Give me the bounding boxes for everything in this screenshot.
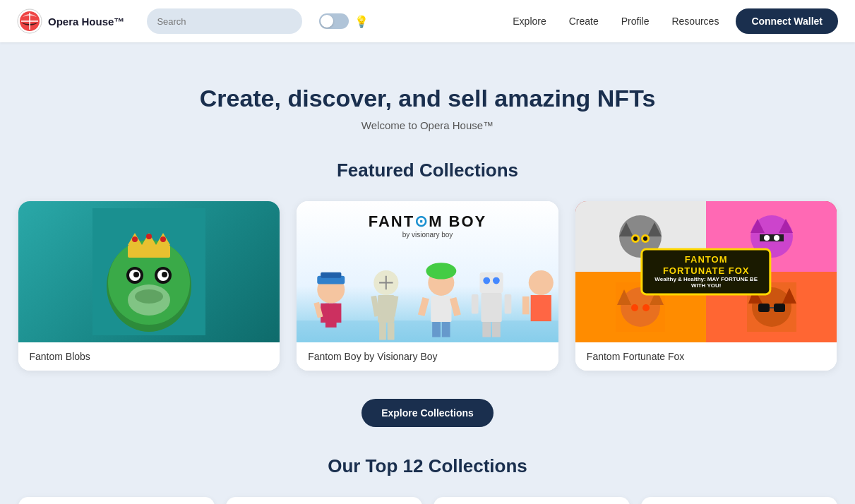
svg-rect-45	[442, 322, 450, 337]
top12-card-astrokid[interactable]: Astrokid	[434, 497, 630, 504]
nav-profile[interactable]: Profile	[621, 16, 650, 27]
logo-area: Opera House™	[17, 8, 124, 34]
top12-title: Our Top 12 Collections	[17, 455, 838, 477]
svg-point-69	[774, 235, 779, 241]
featured-title: Featured Collections	[17, 160, 838, 181]
svg-point-74	[631, 304, 638, 311]
collection-label-fantom-boy: Fantom Boy by Visionary Boy	[297, 342, 558, 371]
fantom-boy-title-text: FANT⊙M BOY	[369, 212, 487, 230]
svg-rect-46	[480, 272, 503, 293]
svg-rect-38	[388, 323, 395, 340]
svg-rect-56	[522, 296, 530, 314]
fox-overlay: FANTOM FORTUNATE FOX Wealthy & Healthy: …	[640, 248, 771, 295]
svg-point-68	[764, 235, 770, 241]
nav-create[interactable]: Create	[569, 16, 599, 27]
svg-point-48	[493, 277, 500, 284]
top12-card-gnartist[interactable]: The Gnartist	[641, 497, 837, 504]
navbar: Opera House™ 💡 Explore Create Profile Re…	[0, 0, 855, 42]
svg-rect-50	[472, 294, 479, 313]
explore-collections-button[interactable]: Explore Collections	[361, 399, 494, 427]
fantom-boy-subtitle: by visionary boy	[369, 231, 487, 239]
svg-point-54	[529, 270, 554, 295]
top12-card-daemonpunks[interactable]: DaemonPunks	[226, 497, 422, 504]
collection-label-fantom-fox: Fantom Fortunate Fox	[575, 342, 837, 371]
toggle-knob	[321, 15, 333, 28]
svg-point-21	[135, 289, 163, 304]
fox-overlay-title: FANTOM FORTUNATE FOX	[652, 254, 759, 276]
svg-point-13	[160, 236, 166, 242]
svg-rect-41	[431, 296, 451, 322]
hero-section: Create, discover, and sell amazing NFTs …	[0, 42, 855, 160]
search-input[interactable]	[147, 8, 302, 34]
card-image-fantom-boy: FANT⊙M BOY by visionary boy	[297, 201, 558, 342]
nav-explore[interactable]: Explore	[513, 16, 546, 27]
hero-subtitle: Welcome to Opera House™	[14, 119, 841, 131]
svg-rect-7	[128, 245, 170, 258]
svg-rect-51	[505, 294, 512, 313]
collection-card-fantom-fox[interactable]: FANTOM FORTUNATE FOX Wealthy & Healthy: …	[575, 201, 837, 371]
fantom-boy-characters	[297, 251, 558, 342]
top12-grid: FHFC | LTD EDITION MINT PASS DaemonPunks	[18, 497, 837, 504]
svg-point-62	[633, 236, 638, 241]
svg-rect-26	[321, 272, 341, 278]
svg-rect-29	[333, 304, 342, 323]
svg-rect-44	[432, 322, 441, 337]
opera-house-logo-icon	[17, 8, 42, 34]
nav-links: Explore Create Profile Resources	[513, 16, 719, 27]
svg-point-63	[643, 236, 647, 241]
bulb-icon: 💡	[354, 15, 369, 28]
card-image-fantom-fox: FANTOM FORTUNATE FOX Wealthy & Healthy: …	[575, 201, 837, 342]
svg-rect-80	[758, 304, 770, 312]
featured-section: Featured Collections	[0, 160, 855, 385]
svg-rect-55	[531, 295, 551, 321]
collection-card-fantom-boy[interactable]: FANT⊙M BOY by visionary boy	[297, 201, 558, 371]
svg-point-19	[162, 272, 167, 277]
theme-toggle-area: 💡	[319, 13, 369, 29]
svg-point-18	[133, 272, 139, 277]
card-image-fantom-blobs	[18, 201, 280, 342]
svg-rect-37	[379, 323, 386, 340]
featured-collections-grid: Fantom Blobs FANT⊙M BOY by visionary boy	[18, 201, 837, 371]
connect-wallet-button[interactable]: Connect Wallet	[736, 8, 838, 34]
svg-rect-52	[483, 322, 491, 337]
theme-toggle[interactable]	[319, 13, 349, 29]
collection-label-fantom-blobs: Fantom Blobs	[18, 342, 280, 371]
nav-resources[interactable]: Resources	[671, 16, 719, 27]
top12-section: Our Top 12 Collections FHFC | LTD EDITIO…	[0, 455, 855, 504]
collection-card-fantom-blobs[interactable]: Fantom Blobs	[18, 201, 280, 371]
svg-point-11	[132, 236, 138, 242]
fantom-blobs-illustration	[92, 208, 205, 335]
top12-card-fhfc[interactable]: FHFC | LTD EDITION MINT PASS	[18, 497, 215, 504]
svg-point-40	[426, 263, 457, 279]
hero-title: Create, discover, and sell amazing NFTs	[14, 85, 841, 112]
fox-overlay-sub: Wealthy & Healthy: MAY FORTUNE BE WITH Y…	[652, 277, 759, 289]
svg-point-12	[146, 234, 152, 239]
explore-btn-wrap: Explore Collections	[0, 399, 855, 427]
fantom-boy-title-bar: FANT⊙M BOY by visionary boy	[369, 212, 487, 239]
svg-point-47	[484, 277, 491, 284]
svg-point-75	[642, 304, 650, 311]
svg-rect-53	[492, 322, 501, 337]
svg-rect-81	[774, 304, 785, 312]
svg-rect-49	[482, 293, 502, 322]
logo-text: Opera House™	[48, 16, 124, 28]
svg-rect-67	[760, 234, 784, 241]
